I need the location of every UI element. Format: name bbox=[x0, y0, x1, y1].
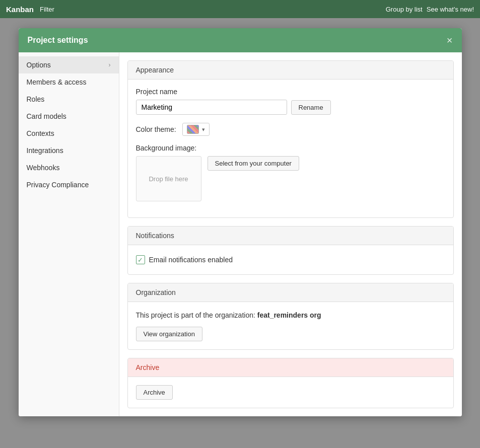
archive-title: Archive bbox=[136, 363, 160, 371]
appearance-section-body: Project name Rename Color theme: bbox=[128, 80, 453, 217]
notifications-section-header: Notifications bbox=[128, 227, 453, 245]
whats-new-label[interactable]: See what's new! bbox=[427, 6, 474, 13]
drop-file-area[interactable]: Drop file here bbox=[136, 156, 201, 201]
modal-overlay: Project settings × Options › Members & a… bbox=[0, 18, 480, 448]
sidebar-item-card-models[interactable]: Card models bbox=[19, 108, 119, 125]
appearance-section: Appearance Project name Rename bbox=[127, 60, 454, 218]
org-description: This project is part of the organization… bbox=[136, 310, 445, 321]
top-bar: Kanban Filter Group by list See what's n… bbox=[0, 0, 480, 18]
sidebar-item-webhooks[interactable]: Webhooks bbox=[19, 159, 119, 176]
project-name-label: Project name bbox=[136, 88, 445, 96]
drop-file-label: Drop file here bbox=[149, 175, 188, 183]
archive-button[interactable]: Archive bbox=[136, 385, 173, 400]
sidebar-item-options[interactable]: Options › bbox=[19, 56, 119, 73]
top-bar-right: Group by list See what's new! bbox=[386, 6, 474, 13]
background-content: Project settings × Options › Members & a… bbox=[0, 18, 480, 448]
chevron-right-icon: › bbox=[109, 61, 111, 68]
organization-section-header: Organization bbox=[128, 283, 453, 302]
color-swatch bbox=[187, 125, 199, 134]
sidebar-item-privacy-compliance[interactable]: Privacy Compliance bbox=[19, 176, 119, 193]
sidebar-item-roles-label: Roles bbox=[27, 95, 45, 103]
email-notifications-label: Email notifications enabled bbox=[149, 256, 233, 264]
notifications-section: Notifications ✓ Email notifications enab… bbox=[127, 226, 454, 275]
appearance-title: Appearance bbox=[136, 66, 174, 74]
sidebar-item-privacy-compliance-label: Privacy Compliance bbox=[27, 181, 89, 189]
background-image-group: Background image: Drop file here Select … bbox=[136, 144, 445, 201]
sidebar-item-options-label: Options bbox=[27, 61, 51, 69]
modal-header: Project settings × bbox=[19, 28, 462, 52]
view-organization-button[interactable]: View organization bbox=[136, 327, 202, 341]
modal-title: Project settings bbox=[28, 36, 88, 45]
project-name-input[interactable] bbox=[136, 100, 287, 115]
sidebar-item-webhooks-label: Webhooks bbox=[27, 164, 60, 172]
sidebar-item-contexts[interactable]: Contexts bbox=[19, 125, 119, 142]
color-select-chevron: ▾ bbox=[202, 126, 205, 133]
project-name-group: Project name Rename bbox=[136, 88, 445, 115]
notifications-title: Notifications bbox=[136, 232, 174, 240]
color-swatch-inner bbox=[187, 125, 198, 133]
organization-section-body: This project is part of the organization… bbox=[128, 302, 453, 349]
brand-logo: Kanban bbox=[6, 5, 34, 14]
close-button[interactable]: × bbox=[447, 35, 453, 45]
notifications-arrow-icon bbox=[127, 236, 130, 251]
modal-body: Options › Members & access Roles Card mo… bbox=[19, 52, 462, 416]
email-notifications-row: ✓ Email notifications enabled bbox=[136, 253, 445, 266]
sidebar-item-roles[interactable]: Roles bbox=[19, 91, 119, 108]
project-settings-modal: Project settings × Options › Members & a… bbox=[19, 28, 462, 416]
archive-section-header: Archive bbox=[128, 358, 453, 377]
organization-title: Organization bbox=[136, 288, 176, 296]
group-by-label[interactable]: Group by list bbox=[386, 6, 423, 13]
sidebar-item-members-access[interactable]: Members & access bbox=[19, 73, 119, 91]
checkmark-icon: ✓ bbox=[138, 257, 143, 263]
main-content: Appearance Project name Rename bbox=[119, 52, 462, 416]
background-image-row: Drop file here Select from your computer bbox=[136, 156, 445, 201]
color-theme-row: Color theme: ▾ bbox=[136, 123, 445, 136]
sidebar-item-contexts-label: Contexts bbox=[27, 129, 54, 137]
select-from-computer-button[interactable]: Select from your computer bbox=[208, 156, 299, 171]
sidebar-item-members-access-label: Members & access bbox=[27, 78, 87, 86]
filter-button[interactable]: Filter bbox=[40, 6, 54, 13]
org-description-text: This project is part of the organization… bbox=[136, 311, 255, 319]
archive-section-body: Archive bbox=[128, 377, 453, 408]
sidebar-item-card-models-label: Card models bbox=[27, 112, 66, 120]
color-theme-label: Color theme: bbox=[136, 125, 176, 133]
org-name: feat_reminders org bbox=[257, 311, 321, 319]
appearance-section-header: Appearance bbox=[128, 61, 453, 80]
project-name-row: Rename bbox=[136, 100, 445, 115]
background-image-label: Background image: bbox=[136, 144, 445, 152]
notifications-section-body: ✓ Email notifications enabled bbox=[128, 245, 453, 274]
sidebar: Options › Members & access Roles Card mo… bbox=[19, 52, 119, 416]
color-theme-select[interactable]: ▾ bbox=[182, 123, 210, 136]
archive-section: Archive Archive bbox=[127, 358, 454, 408]
organization-section: Organization This project is part of the… bbox=[127, 283, 454, 350]
sidebar-item-integrations[interactable]: Integrations bbox=[19, 142, 119, 159]
email-notifications-checkbox[interactable]: ✓ bbox=[136, 255, 145, 264]
rename-button[interactable]: Rename bbox=[291, 100, 331, 115]
sidebar-item-integrations-label: Integrations bbox=[27, 146, 63, 155]
